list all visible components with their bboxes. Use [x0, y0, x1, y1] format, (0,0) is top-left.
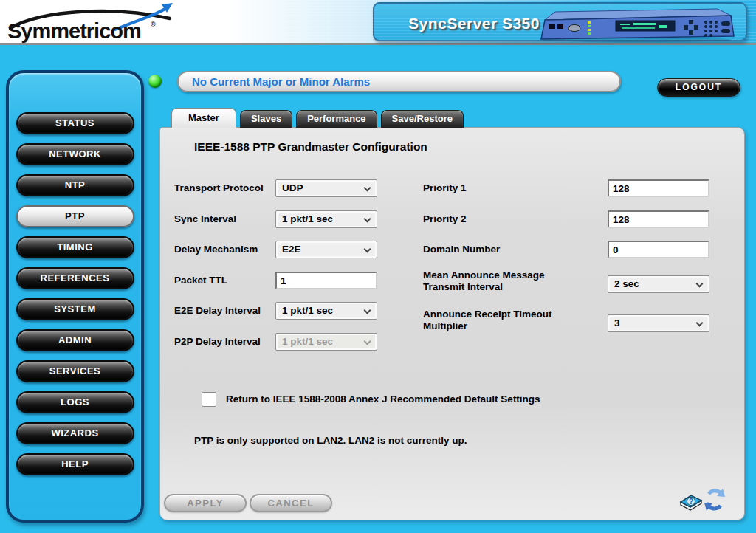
sidebar-item-admin[interactable]: ADMIN: [16, 329, 134, 351]
alarm-status-bar: No Current Major or Minor Alarms: [177, 71, 621, 92]
transport-protocol-value: UDP: [282, 182, 303, 193]
sidebar-item-status[interactable]: STATUS: [16, 112, 134, 134]
sidebar-nav: STATUS NETWORK NTP PTP TIMING REFERENCES…: [6, 70, 144, 523]
p2p-delay-interval-label: P2P Delay Interval: [174, 333, 261, 351]
header: Symmetricom ® SyncServer S350: [0, 0, 756, 45]
domain-number-label: Domain Number: [423, 241, 500, 258]
mean-announce-value: 2 sec: [614, 278, 639, 289]
tab-slaves[interactable]: Slaves: [240, 110, 292, 128]
tab-master[interactable]: Master: [171, 108, 236, 128]
sidebar-item-network[interactable]: NETWORK: [16, 143, 134, 165]
packet-ttl-input[interactable]: [275, 272, 377, 289]
svg-text:?: ?: [689, 498, 693, 506]
sidebar-item-services[interactable]: SERVICES: [16, 360, 134, 382]
sidebar-item-ptp[interactable]: PTP: [16, 205, 134, 227]
e2e-delay-interval-label: E2E Delay Interval: [174, 302, 261, 320]
sync-interval-value: 1 pkt/1 sec: [282, 213, 333, 224]
priority-2-label: Priority 2: [423, 210, 467, 228]
chevron-down-icon: [696, 320, 704, 327]
chevron-down-icon: [364, 246, 371, 253]
refresh-icon[interactable]: [703, 487, 726, 512]
p2p-delay-interval-select: 1 pkt/1 sec: [275, 333, 377, 351]
alarm-message: No Current Major or Minor Alarms: [192, 75, 370, 88]
cancel-button[interactable]: CANCEL: [250, 494, 332, 512]
sync-interval-select[interactable]: 1 pkt/1 sec: [275, 210, 377, 228]
mean-announce-label: Mean Announce Message Transmit Interval: [423, 269, 582, 293]
e2e-delay-interval-select[interactable]: 1 pkt/1 sec: [275, 302, 377, 320]
lan2-note: PTP is only supported on LAN2. LAN2 is n…: [194, 435, 467, 446]
page-title: IEEE-1588 PTP Grandmaster Configuration: [194, 140, 427, 154]
announce-timeout-value: 3: [614, 317, 620, 329]
transport-protocol-label: Transport Protocol: [174, 179, 264, 197]
domain-number-input[interactable]: [608, 241, 709, 258]
tab-save-restore[interactable]: Save/Restore: [381, 110, 464, 128]
priority-1-label: Priority 1: [423, 179, 467, 197]
svg-text:Symmetricom: Symmetricom: [7, 19, 141, 43]
announce-timeout-select[interactable]: 3: [608, 314, 709, 332]
sidebar-item-references[interactable]: REFERENCES: [16, 267, 134, 289]
chevron-down-icon: [364, 216, 371, 223]
help-book-icon[interactable]: ?: [678, 491, 704, 513]
priority-2-input[interactable]: [608, 210, 709, 228]
syncserver-device-image: [533, 6, 738, 43]
chevron-down-icon: [364, 307, 371, 314]
tab-performance[interactable]: Performance: [296, 110, 377, 128]
sidebar-item-wizards[interactable]: WIZARDS: [16, 422, 134, 444]
delay-mechanism-label: Delay Mechanism: [174, 241, 258, 258]
page: Symmetricom ® SyncServer S350: [0, 0, 756, 533]
delay-mechanism-select[interactable]: E2E: [275, 241, 377, 258]
sidebar-item-help[interactable]: HELP: [16, 453, 134, 475]
ptp-tab-bar: Master Slaves Performance Save/Restore: [171, 108, 467, 128]
p2p-delay-interval-value: 1 pkt/1 sec: [282, 336, 333, 347]
sidebar-item-ntp[interactable]: NTP: [16, 174, 134, 196]
svg-text:®: ®: [151, 21, 156, 28]
delay-mechanism-value: E2E: [282, 244, 301, 255]
logout-button[interactable]: LOGOUT: [657, 78, 740, 97]
annex-j-defaults-label: Return to IEEE 1588-2008 Annex J Recomme…: [226, 393, 540, 405]
e2e-delay-interval-value: 1 pkt/1 sec: [282, 305, 333, 316]
announce-timeout-label: Announce Receipt Timeout Multiplier: [423, 309, 582, 332]
sync-interval-label: Sync Interval: [174, 210, 236, 228]
sidebar-item-logs[interactable]: LOGS: [16, 391, 134, 413]
chevron-down-icon: [364, 185, 371, 192]
symmetricom-logo: Symmetricom ®: [4, 3, 196, 44]
transport-protocol-select[interactable]: UDP: [275, 179, 377, 197]
master-config-panel: IEEE-1588 PTP Grandmaster Configuration …: [159, 127, 745, 520]
chevron-down-icon: [696, 281, 704, 288]
product-name: SyncServer S350: [408, 15, 540, 32]
packet-ttl-label: Packet TTL: [174, 272, 227, 289]
sidebar-item-system[interactable]: SYSTEM: [16, 298, 134, 320]
mean-announce-select[interactable]: 2 sec: [608, 275, 709, 293]
annex-j-defaults-checkbox[interactable]: [202, 392, 216, 407]
product-banner: SyncServer S350: [373, 2, 747, 41]
chevron-down-icon: [364, 338, 371, 345]
status-led-icon: [148, 75, 162, 88]
apply-button[interactable]: APPLY: [164, 494, 247, 512]
sidebar-item-timing[interactable]: TIMING: [16, 236, 134, 258]
priority-1-input[interactable]: [608, 179, 709, 197]
